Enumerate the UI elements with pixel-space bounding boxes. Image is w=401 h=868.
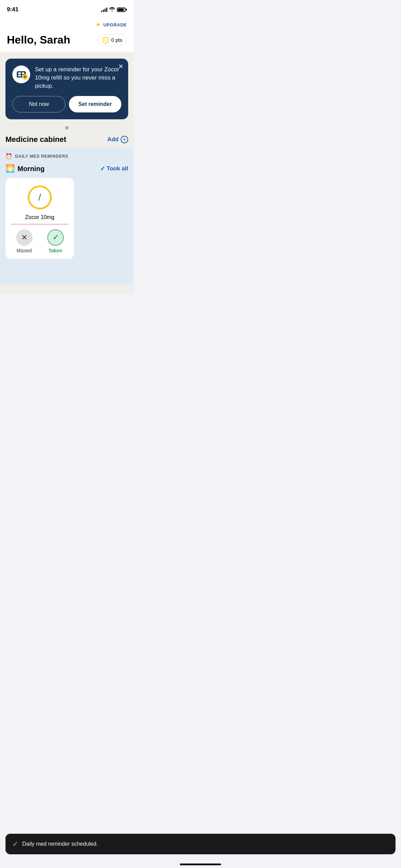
battery-icon xyxy=(117,8,127,12)
not-now-button[interactable]: Not now xyxy=(12,96,65,112)
add-button[interactable]: Add + xyxy=(107,136,128,143)
medicine-name: Zocor 10mg xyxy=(11,214,69,220)
morning-row: 🌅 Morning ✓ Took all xyxy=(5,164,128,173)
x-icon: ✕ xyxy=(21,233,27,242)
points-badge: 0 pts xyxy=(98,34,127,46)
taken-label: Taken xyxy=(49,248,62,253)
close-button[interactable]: ✕ xyxy=(118,63,123,70)
add-plus-icon: + xyxy=(121,136,128,143)
greeting-text: Hello, Sarah xyxy=(7,34,70,46)
header: ✦ UPGRADE Hello, Sarah 0 pts xyxy=(0,17,134,52)
upgrade-label: UPGRADE xyxy=(103,22,127,27)
medicine-divider xyxy=(11,224,69,225)
morning-label-wrap: 🌅 Morning xyxy=(5,164,45,173)
status-bar: 9:41 xyxy=(0,0,134,17)
missed-action[interactable]: ✕ Missed xyxy=(16,229,33,253)
upgrade-star-icon: ✦ xyxy=(95,21,101,29)
set-reminder-button[interactable]: Set reminder xyxy=(69,96,121,112)
alarm-icon: ⏰ xyxy=(5,153,12,159)
took-all-check-icon: ✓ xyxy=(100,165,105,172)
reminder-actions: Not now Set reminder xyxy=(12,96,121,112)
reminder-card-body: ↻ Set up a reminder for your Zocor 10mg … xyxy=(12,65,121,90)
daily-reminders-label: DAILY MED REMINDERS xyxy=(15,154,68,159)
missed-button[interactable]: ✕ xyxy=(16,229,33,246)
upgrade-button[interactable]: ✦ UPGRADE xyxy=(95,21,127,29)
points-coin-icon xyxy=(102,37,109,44)
medicine-cabinet-header: Medicine cabinet Add + xyxy=(0,132,134,147)
signal-icon xyxy=(101,7,107,12)
reminder-icon: ↻ xyxy=(12,65,30,83)
morning-emoji-icon: 🌅 xyxy=(5,164,15,173)
medicine-slash-icon: / xyxy=(38,193,41,202)
took-all-label: Took all xyxy=(107,165,128,172)
refresh-icon: ↻ xyxy=(22,74,28,80)
took-all-button[interactable]: ✓ Took all xyxy=(100,165,128,172)
main-content: ✕ ↻ xyxy=(0,52,134,293)
morning-label: Morning xyxy=(17,165,45,173)
reminder-card-wrap: ✕ ↻ xyxy=(0,52,134,123)
add-label: Add xyxy=(107,136,119,143)
taken-button[interactable]: ✓ xyxy=(47,229,64,246)
taken-action[interactable]: ✓ Taken xyxy=(47,229,64,253)
reminder-card: ✕ ↻ xyxy=(5,59,128,119)
wifi-icon xyxy=(109,7,115,12)
daily-reminders-section: ⏰ DAILY MED REMINDERS 🌅 Morning ✓ Took a… xyxy=(0,147,134,285)
status-time: 9:41 xyxy=(7,6,19,13)
points-value: 0 pts xyxy=(111,37,122,43)
medicine-actions: ✕ Missed ✓ Taken xyxy=(11,229,69,253)
missed-label: Missed xyxy=(16,248,32,253)
medicine-cabinet-title: Medicine cabinet xyxy=(5,135,66,144)
daily-reminders-header: ⏰ DAILY MED REMINDERS xyxy=(5,153,128,159)
medicine-card: / Zocor 10mg ✕ Missed ✓ Taken xyxy=(5,178,74,259)
carousel-dot xyxy=(65,126,69,130)
carousel-dots xyxy=(0,123,134,132)
reminder-message: Set up a reminder for your Zocor 10mg re… xyxy=(35,65,121,90)
medicine-icon: / xyxy=(11,185,69,209)
status-icons xyxy=(101,7,127,12)
medicine-ring: / xyxy=(28,185,52,209)
check-icon: ✓ xyxy=(52,233,59,242)
